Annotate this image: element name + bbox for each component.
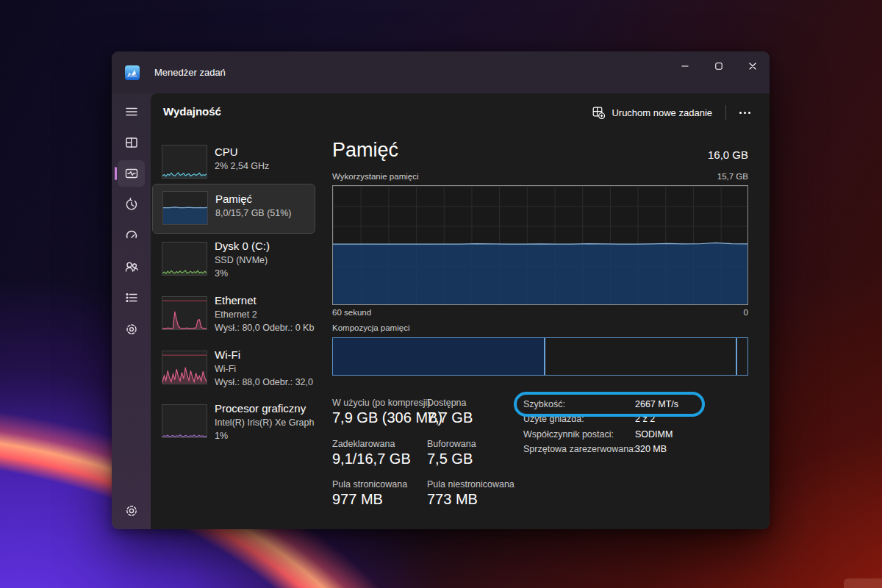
- in-use-label: W użyciu (po kompresji): [332, 398, 430, 408]
- settings-button[interactable]: [118, 498, 145, 524]
- paged-pool-value: 977 MB: [332, 491, 383, 508]
- memory-composition-bar[interactable]: [332, 337, 748, 376]
- nav-item-services[interactable]: [118, 316, 145, 343]
- nonpaged-pool-value: 773 MB: [427, 491, 478, 508]
- perf-list-item-disk[interactable]: Dysk 0 (C:) SSD (NVMe) 3%: [152, 235, 315, 287]
- services-icon: [124, 322, 139, 337]
- perf-list-item-gpu[interactable]: Procesor graficzny Intel(R) Iris(R) Xe G…: [152, 398, 315, 449]
- more-options-button[interactable]: [732, 106, 758, 120]
- processes-icon: [124, 135, 139, 150]
- page-title: Wydajność: [163, 105, 221, 118]
- perf-list-item-ethernet[interactable]: Ethernet Ethernet 2 Wysł.: 80,0 Odebr.: …: [152, 290, 315, 341]
- taskbar-fragment: [844, 578, 882, 588]
- perf-list-item-memory[interactable]: Pamięć 8,0/15,7 GB (51%): [152, 184, 315, 234]
- ethernet-mini-graph: [162, 296, 207, 330]
- cpu-mini-graph: [162, 145, 207, 179]
- run-new-task-label: Uruchom nowe zadanie: [612, 107, 712, 118]
- disk-mini-graph: [162, 242, 207, 276]
- perf-list-item-cpu[interactable]: CPU 2% 2,54 GHz: [152, 138, 315, 188]
- nav-item-performance[interactable]: [118, 160, 145, 187]
- memory-hardware-details: Szybkość: 2667 MT/s Użyte gniazda: 2 z 2…: [522, 397, 757, 457]
- app-history-icon: [124, 197, 139, 212]
- cached-value: 7,5 GB: [427, 451, 473, 467]
- maximize-button[interactable]: [702, 51, 736, 81]
- selected-indicator: [115, 167, 117, 180]
- memory-mini-graph: [162, 191, 208, 225]
- memory-total: 16,0 GB: [332, 148, 748, 161]
- detail-form-factor: Współczynnik postaci: SODIMM: [522, 427, 757, 442]
- task-manager-icon: [124, 65, 140, 81]
- menu-icon: [124, 104, 139, 119]
- nav-item-app-history[interactable]: [118, 191, 145, 218]
- composition-segment-free: [737, 338, 747, 375]
- task-manager-window: Menedżer zadań: [112, 51, 770, 529]
- nav-rail: [112, 93, 151, 529]
- desktop: Menedżer zadań: [0, 0, 882, 588]
- in-use-value: 7,9 GB (306 MB): [332, 409, 442, 426]
- nav-item-users[interactable]: [118, 254, 145, 280]
- run-new-task-button[interactable]: Uruchom nowe zadanie: [584, 100, 720, 125]
- memory-usage-chart[interactable]: [332, 185, 748, 305]
- composition-segment-standby-modified: [545, 338, 737, 375]
- nav-item-startup-apps[interactable]: [118, 222, 145, 248]
- minimize-button[interactable]: [668, 51, 702, 81]
- detail-slots-used: Użyte gniazda: 2 z 2: [522, 412, 757, 426]
- usage-chart-label: Wykorzystanie pamięci: [332, 172, 419, 181]
- detail-speed: Szybkość: 2667 MT/s: [522, 397, 757, 412]
- composition-label: Kompozycja pamięci: [332, 323, 409, 332]
- settings-icon: [124, 503, 139, 518]
- committed-value: 9,1/16,7 GB: [332, 451, 411, 467]
- committed-label: Zadeklarowana: [332, 439, 395, 449]
- minimize-icon: [681, 62, 689, 71]
- chart-x-left: 60 sekund: [332, 308, 371, 317]
- available-value: 7,7 GB: [427, 409, 473, 426]
- wifi-mini-graph: [162, 351, 207, 384]
- users-icon: [124, 259, 139, 274]
- close-button[interactable]: [736, 51, 770, 81]
- paged-pool-label: Pula stronicowana: [332, 479, 407, 490]
- close-icon: [748, 62, 757, 71]
- window-controls: [668, 51, 770, 93]
- perf-list-item-wifi[interactable]: Wi-Fi Wi-Fi Wysł.: 88,0 Odebr.: 32,0: [152, 344, 315, 395]
- titlebar[interactable]: Menedżer zadań: [112, 51, 770, 93]
- nav-item-details[interactable]: [118, 284, 145, 311]
- maximize-icon: [714, 62, 723, 71]
- divider: [725, 105, 726, 120]
- cached-label: Buforowana: [427, 439, 476, 449]
- startup-apps-icon: [124, 228, 139, 243]
- usage-chart-max: 15,7 GB: [717, 172, 748, 181]
- chart-x-right: 0: [744, 308, 748, 317]
- ellipsis-icon: [739, 112, 750, 114]
- content-panel: Wydajność Uruchom nowe zadanie: [151, 93, 770, 529]
- nonpaged-pool-label: Pula niestronicowana: [427, 479, 514, 490]
- composition-segment-in-use: [333, 338, 545, 375]
- new-task-icon: [592, 106, 605, 119]
- performance-icon: [124, 166, 139, 181]
- nav-item-processes[interactable]: [118, 129, 145, 156]
- gpu-mini-graph: [162, 404, 207, 438]
- detail-hardware-reserved: Sprzętowa zarezerwowana: 320 MB: [522, 442, 757, 456]
- details-icon: [124, 290, 139, 305]
- appbar: Wydajność Uruchom nowe zadanie: [151, 93, 770, 132]
- available-label: Dostępna: [427, 398, 467, 408]
- window-title: Menedżer zadań: [154, 51, 226, 93]
- menu-button[interactable]: [118, 98, 145, 125]
